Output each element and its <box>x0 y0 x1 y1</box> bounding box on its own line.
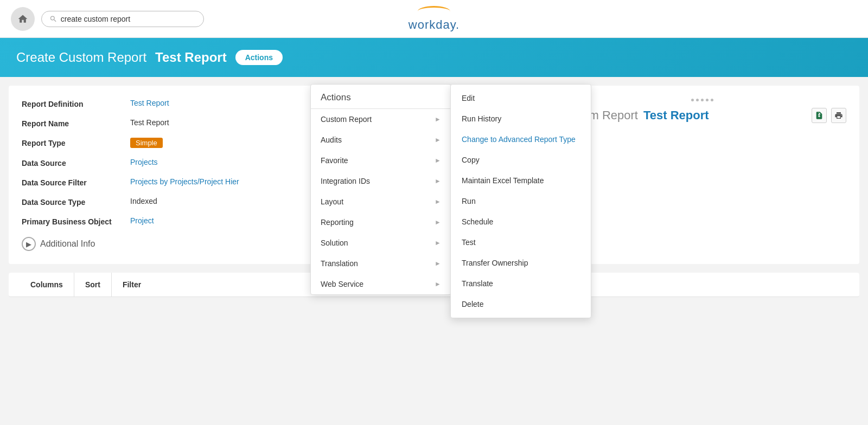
excel-icon-button[interactable] <box>812 108 827 123</box>
sub-item-schedule[interactable]: Schedule <box>451 211 591 232</box>
report-definition-label: Report Definition <box>22 99 130 108</box>
sub-item-translate[interactable]: Translate <box>451 273 591 294</box>
chevron-right-icon: ► <box>435 198 441 205</box>
report-type-label: Report Type <box>22 138 130 147</box>
sub-item-change-to-advanced-report-type[interactable]: Change to Advanced Report Type <box>451 129 591 150</box>
dropdown-item-label: Audits <box>321 136 342 144</box>
sub-item-test[interactable]: Test <box>451 232 591 253</box>
panel-title: Custom Report Test Report <box>558 108 846 123</box>
logo-text: workday. <box>409 18 459 32</box>
sub-item-run[interactable]: Run <box>451 191 591 211</box>
report-name-label: Report Name <box>22 118 130 128</box>
chevron-right-icon: ► <box>435 260 441 267</box>
search-icon <box>49 15 58 23</box>
drag-dot <box>701 99 704 101</box>
dropdown-item-label: Integration IDs <box>321 177 370 185</box>
sub-item-transfer-ownership[interactable]: Transfer Ownership <box>451 253 591 273</box>
drag-dots <box>691 99 713 101</box>
sub-item-edit[interactable]: Edit <box>451 88 591 108</box>
drag-dot <box>691 99 694 101</box>
drag-dot <box>711 99 713 101</box>
search-input[interactable] <box>61 15 196 23</box>
dropdown-item-label: Solution <box>321 239 348 247</box>
report-definition-value[interactable]: Test Report <box>130 99 169 107</box>
additional-info-chevron: ▶ <box>22 237 36 251</box>
dropdown-item-label: Favorite <box>321 156 348 165</box>
data-source-filter-value[interactable]: Projects by Projects/Project Hier <box>130 177 239 186</box>
page-header-report-name: Test Report <box>155 50 227 65</box>
chevron-right-icon: ► <box>435 239 441 247</box>
sub-dropdown: EditRun HistoryChange to Advanced Report… <box>450 84 591 306</box>
dropdown-item-integration-ids[interactable]: Integration IDs► <box>311 171 451 191</box>
chevron-right-icon: ► <box>435 157 441 164</box>
dropdown-item-label: Translation <box>321 259 358 268</box>
tab-columns[interactable]: Columns <box>20 273 74 297</box>
print-icon-button[interactable] <box>831 108 846 123</box>
dropdown-item-reporting[interactable]: Reporting► <box>311 212 451 233</box>
workday-logo: workday. <box>409 6 459 32</box>
dropdown-item-layout[interactable]: Layout► <box>311 191 451 212</box>
logo-arc <box>418 6 450 17</box>
page-header-title: Create Custom Report <box>16 50 146 65</box>
data-source-type-label: Data Source Type <box>22 197 130 207</box>
home-button[interactable] <box>11 7 35 31</box>
dropdown-item-custom-report[interactable]: Custom Report► <box>311 109 451 130</box>
dropdown-item-audits[interactable]: Audits► <box>311 130 451 150</box>
drag-dot <box>696 99 699 101</box>
panel-title-name: Test Report <box>643 108 709 123</box>
dropdown-item-translation[interactable]: Translation► <box>311 253 451 274</box>
dropdown-item-label: Custom Report <box>321 115 372 124</box>
data-source-type-value: Indexed <box>130 197 157 205</box>
actions-button[interactable]: Actions <box>235 50 283 65</box>
search-bar <box>41 11 204 27</box>
data-source-filter-label: Data Source Filter <box>22 177 130 187</box>
actions-dropdown: Actions Custom Report►Audits►Favorite►In… <box>310 84 451 295</box>
page-header: Create Custom Report Test Report Actions <box>0 38 868 77</box>
additional-info-label: Additional Info <box>40 239 95 249</box>
primary-business-object-label: Primary Business Object <box>22 216 130 226</box>
sub-item-copy[interactable]: Copy <box>451 150 591 170</box>
actions-dropdown-header: Actions <box>311 85 451 109</box>
sub-item-delete[interactable]: Delete <box>451 294 591 306</box>
data-source-value[interactable]: Projects <box>130 158 158 166</box>
report-type-value: Simple <box>130 138 163 148</box>
dropdown-item-favorite[interactable]: Favorite► <box>311 150 451 171</box>
report-name-value: Test Report <box>130 118 169 127</box>
data-source-label: Data Source <box>22 158 130 168</box>
tab-filter[interactable]: Filter <box>112 273 152 297</box>
dropdown-item-label: Web Service <box>321 280 363 288</box>
chevron-right-icon: ► <box>435 218 441 226</box>
sub-item-run-history[interactable]: Run History <box>451 108 591 129</box>
top-nav: workday. <box>0 0 868 38</box>
tab-sort[interactable]: Sort <box>74 273 112 297</box>
panel-icons <box>812 108 846 123</box>
right-panel: Custom Report Test Report <box>545 86 859 264</box>
sub-item-maintain-excel-template[interactable]: Maintain Excel Template <box>451 170 591 191</box>
chevron-right-icon: ► <box>435 115 441 123</box>
chevron-right-icon: ► <box>435 177 441 185</box>
dropdown-item-label: Reporting <box>321 218 354 227</box>
dropdown-item-label: Layout <box>321 197 343 206</box>
dropdown-item-web-service[interactable]: Web Service► <box>311 274 451 294</box>
drag-handle[interactable] <box>558 99 846 101</box>
drag-dot <box>706 99 709 101</box>
chevron-right-icon: ► <box>435 280 441 288</box>
primary-business-object-value[interactable]: Project <box>130 216 154 225</box>
chevron-right-icon: ► <box>435 136 441 144</box>
dropdown-item-solution[interactable]: Solution► <box>311 233 451 253</box>
